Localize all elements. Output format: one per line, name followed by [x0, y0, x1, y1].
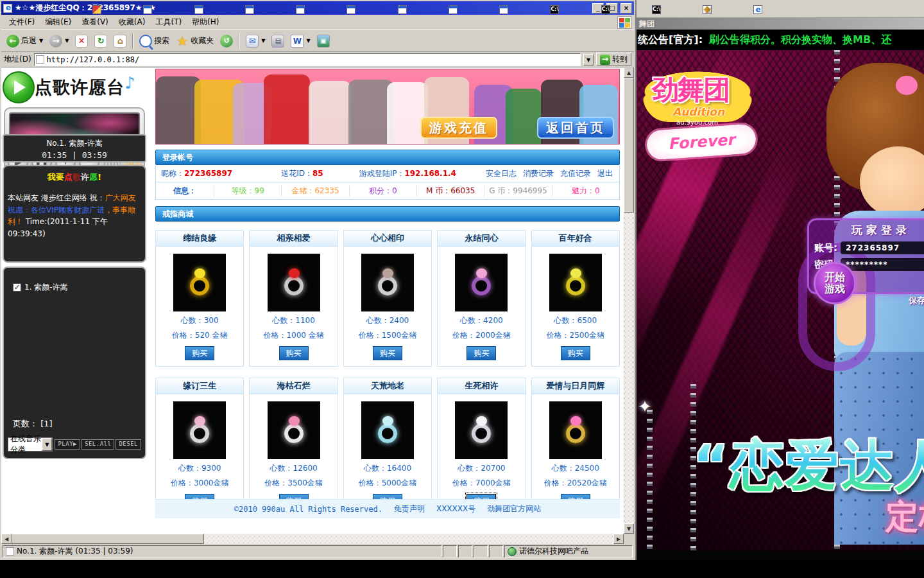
product-hearts: 心数：2400 [344, 315, 431, 326]
music-category-select[interactable]: 在线音乐分类 ▼ [8, 437, 53, 451]
buy-button[interactable]: 购买 [561, 346, 590, 360]
product-card: 相亲相爱心数：1100价格：1000 金猪购买 [249, 230, 338, 367]
playlist-button-SEL.All[interactable]: SEL.All [81, 439, 114, 450]
message-segment: 广大网友 [105, 193, 136, 202]
horizontal-scrollbar[interactable]: ◀ ▶ [1, 534, 624, 544]
logo-title: 劲舞团 [652, 72, 729, 108]
start-game-button[interactable]: 开始游戏 [814, 262, 856, 304]
playlist-box: ✓1. 索颜-许嵩 页数： [1] 在线音乐分类 ▼ PLAY▶SEL.AllD… [3, 267, 146, 459]
back-button[interactable]: ←后退▼ [4, 31, 46, 51]
ring-shape [378, 424, 397, 443]
account-link-消费记录[interactable]: 消费记录 [523, 168, 554, 179]
menu-item-帮助(H)[interactable]: 帮助(H) [187, 15, 224, 30]
address-dropdown-arrow[interactable]: ▼ [583, 54, 594, 66]
buy-button[interactable]: 购买 [279, 346, 309, 360]
account-row: 账号: 272365897 [814, 241, 924, 254]
buy-button[interactable]: 购买 [373, 346, 402, 360]
menu-item-编辑(E)[interactable]: 编辑(E) [40, 15, 76, 30]
edit-button[interactable]: W▼ [288, 31, 312, 51]
playlist-button-DESEL[interactable]: DESEL [116, 439, 141, 450]
banner-figure [309, 81, 351, 144]
search-button[interactable]: 搜索 [137, 31, 172, 51]
stat-label: M 币： [426, 186, 450, 195]
ie-page-icon [36, 55, 44, 64]
recharge-button[interactable]: 游戏充值 [420, 117, 497, 139]
wish-segment: 许 [81, 172, 89, 182]
product-price: 价格：3500金猪 [250, 478, 337, 489]
playlist-item[interactable]: ✓1. 索颜-许嵩 [13, 282, 141, 293]
play-circle-icon[interactable] [3, 71, 35, 103]
dropdown-arrow-icon[interactable]: ▼ [39, 38, 43, 44]
stat-label: 等级： [232, 186, 255, 195]
go-arrow-icon: → [600, 55, 610, 65]
vertical-scrollbar[interactable]: ▲ ▼ [624, 67, 634, 534]
vertical-scroll-thumb[interactable] [624, 78, 634, 213]
account-link-安全日志[interactable]: 安全日志 [486, 168, 517, 179]
dropdown-arrow-icon[interactable]: ▼ [261, 38, 265, 44]
footer-links: 免责声明XXXXXX号劲舞团官方网站 [394, 504, 541, 514]
product-ring-image [173, 254, 226, 311]
ring-shop-panel: 戒指商城 缔结良缘心数：300价格：520 金猪购买相亲相爱心数：1100价格：… [155, 206, 620, 514]
horizontal-scroll-thumb[interactable] [12, 534, 204, 544]
fav-label: 收藏夹 [191, 35, 214, 46]
status-cell [443, 545, 457, 557]
playlist-controls: 在线音乐分类 ▼ PLAY▶SEL.AllDESEL [8, 436, 141, 453]
save-username-option[interactable]: 保存用户名 [909, 295, 924, 306]
select-dropdown-arrow: ▼ [42, 438, 52, 451]
wish-segment: 我要 [47, 172, 64, 182]
menu-item-工具(T)[interactable]: 工具(T) [150, 15, 187, 30]
home-icon: ⌂ [114, 35, 126, 48]
stat-label: 积分： [369, 186, 392, 195]
product-price: 价格：3000金猪 [156, 478, 243, 489]
scroll-left-arrow[interactable]: ◀ [1, 534, 12, 544]
media-icon: ▣ [317, 35, 330, 48]
stop-button[interactable]: ✕ [73, 31, 90, 51]
menu-item-文件(F)[interactable]: 文件(F) [4, 15, 40, 30]
menu-item-查看(V)[interactable]: 查看(V) [76, 15, 114, 30]
password-input[interactable]: ********* [841, 258, 924, 271]
account-link-退出[interactable]: 退出 [597, 168, 613, 179]
product-card: 爱情与日月同辉心数：24500价格：20520金猪购买 [531, 378, 620, 514]
refresh-button[interactable]: ↻ [92, 31, 110, 51]
dropdown-arrow-icon[interactable]: ▼ [306, 38, 310, 44]
forward-button[interactable]: →▼ [47, 31, 71, 51]
footer-link-免责声明[interactable]: 免责声明 [394, 504, 425, 514]
ring-gem-shape [289, 268, 300, 278]
home-page-button[interactable]: 返回首页 [537, 117, 614, 139]
stat-value: 0 [595, 186, 600, 195]
account-link-充值记录[interactable]: 充值记录 [560, 168, 591, 179]
playlist: ✓1. 索颜-许嵩 [8, 282, 141, 293]
scroll-down-arrow[interactable]: ▼ [624, 523, 634, 534]
checkbox-checked-icon[interactable]: ✓ [13, 283, 21, 292]
scroll-right-arrow[interactable]: ▶ [613, 534, 624, 544]
go-button[interactable]: → 转到 [596, 53, 631, 66]
stop-icon: ✕ [75, 35, 88, 48]
buy-button[interactable]: 购买 [185, 346, 214, 360]
media-button[interactable]: ▣ [314, 31, 332, 51]
menu-item-收藏(A)[interactable]: 收藏(A) [114, 15, 151, 30]
home-button[interactable]: ⌂ [111, 31, 129, 51]
hist-icon: ↺ [220, 35, 233, 48]
close-button[interactable]: × [620, 3, 632, 13]
copyright-text: ©2010 990au All Rights Reserved. [234, 505, 382, 514]
buy-button[interactable]: 购买 [466, 346, 496, 360]
dropdown-arrow-icon[interactable]: ▼ [65, 38, 69, 44]
footer-link-XXXXXX号[interactable]: XXXXXX号 [436, 504, 475, 514]
scrollbar-corner [624, 534, 634, 544]
stat-value: 9946995 [513, 186, 547, 195]
scroll-up-arrow[interactable]: ▲ [624, 67, 634, 78]
hist-button[interactable]: ↺ [218, 31, 235, 51]
playlist-button-PLAY▶[interactable]: PLAY▶ [55, 439, 80, 450]
ring-gem-shape [289, 416, 300, 426]
mail-button[interactable]: ✉▼ [243, 31, 268, 51]
address-input[interactable]: http://127.0.0.1:88/ [34, 53, 581, 66]
account-input[interactable]: 272365897 [841, 241, 924, 254]
ring-shape [566, 276, 585, 295]
footer-link-劲舞团官方网站[interactable]: 劲舞团官方网站 [487, 504, 541, 514]
fav-button[interactable]: ★收藏夹 [173, 31, 216, 51]
product-name: 缘订三生 [156, 378, 243, 394]
print-button[interactable]: ▤ [269, 31, 287, 51]
product-hearts: 心数：12600 [250, 463, 337, 474]
stat-value: 62335 [314, 186, 339, 195]
account-links: 安全日志消费记录充值记录退出 [486, 168, 619, 179]
